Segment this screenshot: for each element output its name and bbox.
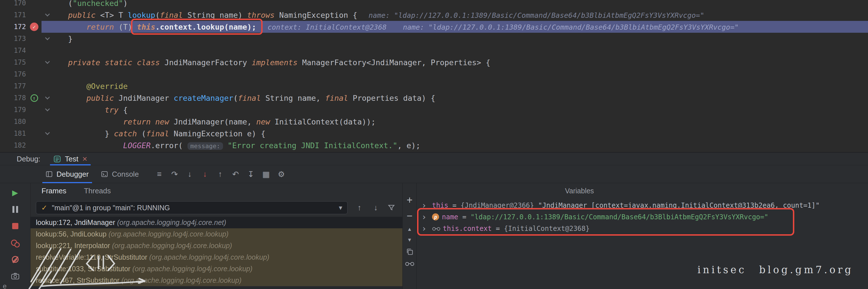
thread-dump-camera-button[interactable] bbox=[11, 271, 20, 281]
line-number[interactable]: 170 bbox=[0, 0, 26, 7]
run-tab-label: Test bbox=[65, 155, 79, 163]
debug-side-toolbar: ▶ bbox=[0, 183, 31, 289]
code-text: } bbox=[68, 34, 72, 43]
line-number[interactable]: 173 bbox=[0, 35, 26, 43]
thread-status-check-icon: ✓ bbox=[41, 203, 48, 212]
copy-icon[interactable] bbox=[406, 248, 413, 255]
code-line-182: 182 LOGGER.error( message: "Error creati… bbox=[0, 139, 868, 151]
fold-icon[interactable] bbox=[45, 130, 50, 135]
code-line-180: 180 return new JndiManager(name, new Ini… bbox=[0, 116, 868, 128]
code-line-181: 181 } catch (final NamingException e) { bbox=[0, 128, 868, 139]
line-number[interactable]: 174 bbox=[0, 46, 26, 55]
frame-row[interactable]: lookup:56, JndiLookup (org.apache.loggin… bbox=[31, 228, 402, 240]
thread-dropdown[interactable]: ✓ "main"@1 in group "main": RUNNING ▾ bbox=[36, 201, 348, 214]
code-line-179: 179 try { bbox=[0, 104, 868, 116]
layout-menu-icon[interactable]: ≡ bbox=[155, 170, 164, 179]
frame-up-button[interactable]: ↑ bbox=[355, 203, 364, 212]
code-line-176: 176 bbox=[0, 68, 868, 80]
code-line-177: 177 @Override bbox=[0, 80, 868, 92]
frames-panel: Frames Threads ✓ "main"@1 in group "main… bbox=[31, 183, 402, 289]
variable-row[interactable]: ›pname = "ldap://127.0.0.1:1389/Basic/Co… bbox=[417, 211, 868, 223]
inline-debugger-hint: name: "ldap://127.0.0.1:1389/Basic/Comma… bbox=[369, 11, 704, 20]
frame-row[interactable]: lookup:221, Interpolator (org.apache.log… bbox=[31, 240, 402, 252]
frame-row[interactable]: substitute:1033, StrSubstitutor (org.apa… bbox=[31, 263, 402, 275]
editor-lines: 170("unchecked")171public <T> T lookup(f… bbox=[0, 0, 868, 151]
run-to-cursor-button[interactable]: ↧ bbox=[246, 170, 255, 179]
chevron-right-icon[interactable]: › bbox=[423, 200, 432, 210]
line-number[interactable]: 171 bbox=[0, 11, 26, 19]
code-line-174: 174 bbox=[0, 44, 868, 57]
line-number[interactable]: 177 bbox=[0, 82, 26, 90]
line-number[interactable]: 172 bbox=[0, 23, 26, 31]
close-tab-icon[interactable]: × bbox=[83, 155, 88, 163]
fold-icon[interactable] bbox=[45, 59, 50, 64]
scroll-down-button[interactable]: ▼ bbox=[407, 237, 412, 243]
variable-row[interactable]: ›this = {JndiManager@2366} "JndiManager … bbox=[417, 199, 868, 211]
chevron-right-icon[interactable]: › bbox=[423, 212, 432, 222]
filter-funnel-icon[interactable] bbox=[388, 204, 397, 212]
line-number[interactable]: 176 bbox=[0, 70, 26, 78]
tab-threads[interactable]: Threads bbox=[84, 187, 111, 195]
thread-selector-row: ✓ "main"@1 in group "main": RUNNING ▾ ↑ … bbox=[31, 199, 402, 217]
fold-icon[interactable] bbox=[45, 107, 50, 111]
watch-glasses-icon bbox=[432, 226, 440, 231]
tab-debugger[interactable]: Debugger bbox=[39, 165, 95, 183]
code-text: private static class JndiManagerFactory … bbox=[68, 58, 491, 67]
line-number[interactable]: 181 bbox=[0, 130, 26, 137]
code-text: @Override bbox=[68, 82, 128, 91]
frame-row[interactable]: resolveVariable:1110, StrSubstitutor (or… bbox=[31, 252, 402, 263]
add-watch-button[interactable]: + bbox=[407, 195, 412, 205]
run-tab-test[interactable]: Test × bbox=[50, 153, 91, 165]
line-number[interactable]: 175 bbox=[0, 58, 26, 66]
code-text: LOGGER.error( message: "Error creating J… bbox=[68, 141, 421, 150]
line-number[interactable]: 182 bbox=[0, 141, 26, 149]
chevron-right-icon[interactable]: › bbox=[423, 224, 432, 233]
code-line-172: 172 return (T) this.context.lookup(name)… bbox=[0, 21, 868, 33]
remove-watch-button[interactable]: − bbox=[407, 211, 412, 221]
step-out-button[interactable]: ↑ bbox=[216, 170, 225, 179]
line-number[interactable]: 178 bbox=[0, 94, 26, 102]
fold-icon[interactable] bbox=[45, 95, 50, 100]
view-breakpoints-button[interactable] bbox=[11, 238, 20, 247]
ide-window: 170("unchecked")171public <T> T lookup(f… bbox=[0, 0, 868, 289]
breakpoint-icon[interactable] bbox=[30, 23, 38, 31]
scroll-up-button[interactable]: ▲ bbox=[407, 227, 412, 232]
override-method-icon[interactable]: ↑ bbox=[31, 94, 38, 102]
fold-icon[interactable] bbox=[45, 12, 50, 17]
variable-row[interactable]: ›this.context = {InitialContext@2368} bbox=[417, 223, 868, 234]
variables-list: ›this = {JndiManager@2366} "JndiManager … bbox=[417, 199, 868, 234]
tab-frames[interactable]: Frames bbox=[41, 187, 66, 195]
tab-console[interactable]: Console bbox=[95, 165, 145, 183]
mute-breakpoints-button[interactable] bbox=[11, 255, 20, 264]
frame-row[interactable]: replace:467, StrSubstitutor (org.apache.… bbox=[31, 275, 402, 286]
code-text: public JndiManager createManager(final S… bbox=[68, 94, 435, 102]
drop-frame-button[interactable]: ↶ bbox=[231, 170, 240, 179]
debugger-tab-icon bbox=[46, 171, 53, 178]
inline-debugger-hint: context: InitialContext@2368 bbox=[268, 23, 386, 31]
step-over-button[interactable]: ↷ bbox=[170, 170, 179, 179]
test-config-icon bbox=[53, 155, 61, 163]
fold-icon[interactable] bbox=[45, 36, 50, 40]
debug-toolwindow-header: Debug: Test × bbox=[0, 153, 868, 165]
stop-button[interactable] bbox=[11, 222, 20, 231]
frame-down-button[interactable]: ↓ bbox=[371, 203, 380, 212]
resume-button[interactable]: ▶ bbox=[11, 188, 20, 197]
chevron-down-icon[interactable]: ▾ bbox=[339, 204, 342, 212]
code-text: return (T) this.context.lookup(name);con… bbox=[68, 23, 739, 31]
line-number[interactable]: 180 bbox=[0, 118, 26, 126]
view-breakpoints-grid-button[interactable]: ▦ bbox=[261, 170, 271, 179]
console-tab-label: Console bbox=[112, 170, 138, 179]
pause-button[interactable] bbox=[11, 205, 20, 214]
step-into-button[interactable]: ↓ bbox=[185, 170, 194, 179]
frame-row[interactable]: lookup:172, JndiManager (org.apache.logg… bbox=[31, 217, 402, 228]
frames-list: lookup:172, JndiManager (org.apache.logg… bbox=[31, 217, 402, 289]
console-tab-icon bbox=[101, 171, 108, 178]
code-editor[interactable]: 170("unchecked")171public <T> T lookup(f… bbox=[0, 0, 868, 152]
force-step-into-button[interactable]: ↓ bbox=[200, 170, 210, 179]
code-line-170: 170("unchecked") bbox=[0, 0, 868, 9]
show-watches-icon[interactable] bbox=[405, 261, 414, 266]
settings-gear-button[interactable]: ⚙ bbox=[277, 170, 286, 179]
line-number[interactable]: 179 bbox=[0, 106, 26, 114]
watches-toolbar: + − ▲ ▼ bbox=[402, 183, 417, 289]
watermark-text: initsec blog.gm7.org bbox=[698, 264, 853, 276]
